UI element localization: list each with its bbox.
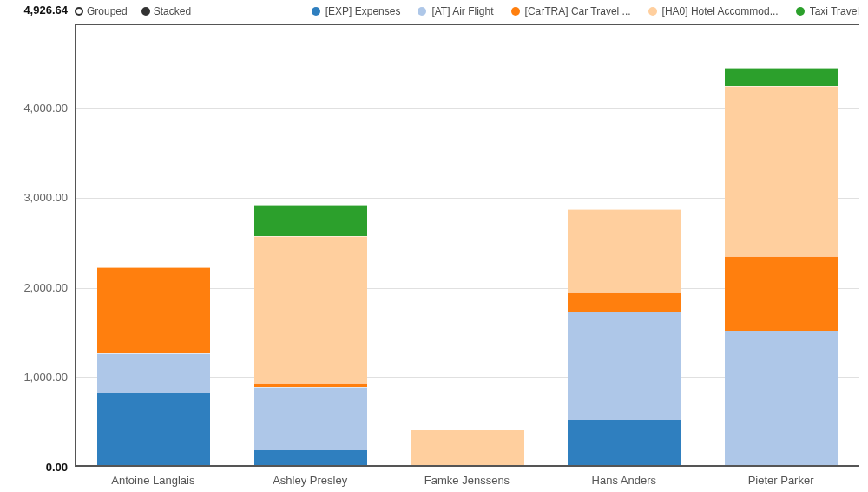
y-axis-tick: 0.00 — [0, 461, 68, 474]
bar-segment[interactable] — [254, 236, 367, 383]
legend-swatch-icon — [796, 7, 805, 16]
mode-radio-grouped[interactable]: Grouped — [75, 5, 128, 17]
legend-swatch-icon — [648, 7, 657, 16]
plot-area — [75, 24, 859, 467]
bar-stack[interactable] — [97, 267, 210, 465]
y-axis: 4,000.003,000.002,000.001,000.000.00 — [0, 24, 68, 467]
y-axis-tick: 2,000.00 — [0, 280, 68, 293]
bar-stack[interactable] — [725, 68, 838, 465]
legend-swatch-icon — [418, 7, 426, 16]
stacked-bar-chart: 4,926.64 Grouped Stacked [EXP] Expenses[… — [0, 0, 868, 492]
bar-segment[interactable] — [568, 209, 681, 292]
bar-stack[interactable] — [254, 205, 367, 465]
bar-segment[interactable] — [254, 205, 367, 236]
bar-slot — [546, 25, 703, 465]
legend-item-label: [CarTRA] Car Travel ... — [525, 5, 631, 17]
y-axis-max-label: 4,926.64 — [0, 3, 68, 16]
mode-radio-stacked-label: Stacked — [154, 5, 191, 17]
bar-slot — [702, 25, 859, 465]
legend-item[interactable]: [CarTRA] Car Travel ... — [511, 5, 631, 17]
bar-segment[interactable] — [725, 86, 838, 256]
chart-topbar: Grouped Stacked [EXP] Expenses[AT] Air F… — [75, 3, 859, 19]
radio-dot-icon — [75, 7, 83, 16]
legend-item-label: [HA0] Hotel Accommod... — [662, 5, 779, 17]
legend-item[interactable]: Taxi Travel — [796, 5, 859, 17]
legend-item[interactable]: [AT] Air Flight — [418, 5, 493, 17]
bar-segment[interactable] — [568, 292, 681, 312]
bar-segment[interactable] — [568, 312, 681, 420]
x-axis-tick: Ashley Presley — [232, 469, 389, 487]
bar-segment[interactable] — [254, 450, 367, 465]
bars-container — [76, 25, 859, 465]
bar-segment[interactable] — [254, 387, 367, 450]
legend-swatch-icon — [511, 7, 520, 16]
bar-segment[interactable] — [725, 256, 838, 331]
mode-toggle: Grouped Stacked — [75, 5, 191, 17]
bar-slot — [389, 25, 546, 465]
y-axis-tick: 3,000.00 — [0, 191, 68, 204]
legend-swatch-icon — [312, 7, 320, 16]
bar-stack[interactable] — [568, 209, 681, 465]
radio-dot-icon — [141, 7, 150, 16]
bar-slot — [76, 25, 233, 465]
bar-slot — [233, 25, 390, 465]
mode-radio-grouped-label: Grouped — [87, 5, 128, 17]
bar-stack[interactable] — [411, 430, 523, 465]
legend-item-label: Taxi Travel — [810, 5, 859, 17]
mode-radio-stacked[interactable]: Stacked — [141, 5, 191, 17]
bar-segment[interactable] — [568, 420, 681, 465]
x-axis-tick: Hans Anders — [545, 469, 702, 487]
x-axis-tick: Pieter Parker — [702, 469, 859, 487]
legend-item-label: [EXP] Expenses — [326, 5, 401, 17]
y-axis-tick: 1,000.00 — [0, 371, 68, 384]
bar-segment[interactable] — [97, 267, 210, 352]
bar-segment[interactable] — [725, 331, 838, 465]
bar-segment[interactable] — [411, 430, 523, 465]
bar-segment[interactable] — [97, 353, 210, 394]
legend-item[interactable]: [EXP] Expenses — [312, 5, 401, 17]
legend-item[interactable]: [HA0] Hotel Accommod... — [648, 5, 779, 17]
y-axis-tick: 4,000.00 — [0, 101, 68, 114]
legend: [EXP] Expenses[AT] Air Flight[CarTRA] Ca… — [312, 5, 859, 17]
bar-segment[interactable] — [97, 393, 210, 465]
x-axis-tick: Antoine Langlais — [75, 469, 232, 487]
bar-segment[interactable] — [725, 68, 838, 87]
x-axis: Antoine LanglaisAshley PresleyFamke Jens… — [75, 469, 859, 487]
legend-item-label: [AT] Air Flight — [431, 5, 493, 17]
x-axis-tick: Famke Jenssens — [389, 469, 546, 487]
